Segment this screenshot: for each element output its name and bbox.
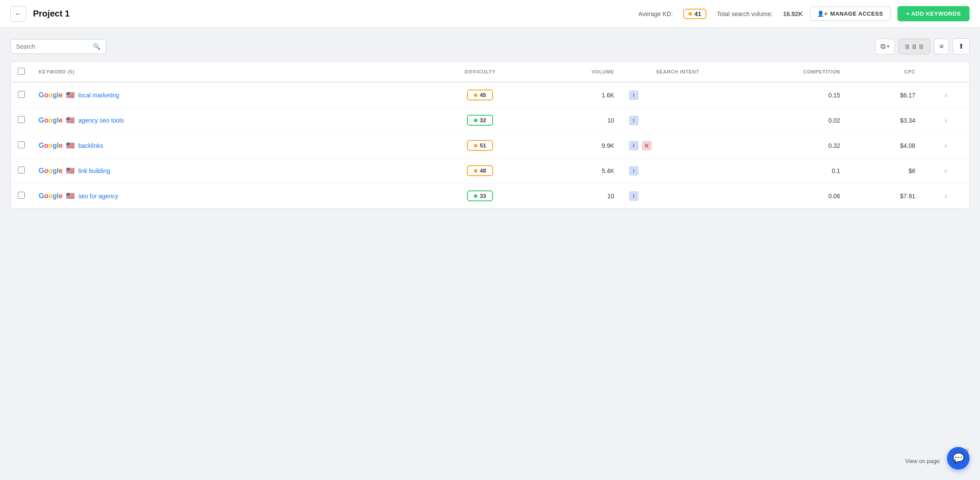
page-title: Project 1 bbox=[33, 9, 70, 19]
difficulty-dot bbox=[474, 93, 477, 97]
cpc-cell: $3.34 bbox=[847, 108, 922, 133]
row-checkbox-4[interactable] bbox=[18, 192, 25, 199]
row-action-cell[interactable]: › bbox=[922, 158, 969, 183]
cpc-value: $3.34 bbox=[900, 117, 915, 124]
competition-value: 0.06 bbox=[828, 193, 840, 200]
volume-value: 10 bbox=[607, 117, 614, 124]
keyword-link[interactable]: local marketing bbox=[78, 92, 119, 99]
export-button[interactable]: ⬆ bbox=[953, 38, 970, 54]
row-arrow-icon: › bbox=[944, 167, 947, 174]
difficulty-value: 32 bbox=[480, 117, 486, 123]
competition-cell: 0.32 bbox=[734, 133, 847, 158]
add-keywords-button[interactable]: + ADD KEYWORDS bbox=[897, 6, 970, 21]
row-checkbox-0[interactable] bbox=[18, 91, 25, 98]
keyword-link[interactable]: seo for agency bbox=[78, 193, 118, 200]
cpc-value: $7.91 bbox=[900, 193, 915, 200]
select-all-checkbox[interactable] bbox=[18, 68, 25, 75]
intent-cell: I bbox=[621, 82, 734, 108]
keyword-link[interactable]: backlinks bbox=[78, 142, 103, 149]
volume-value: 10 bbox=[607, 193, 614, 200]
google-icon: Google bbox=[39, 167, 63, 175]
competition-value: 0.02 bbox=[828, 117, 840, 124]
intent-cell: I bbox=[621, 158, 734, 183]
volume-cell: 1.6K bbox=[536, 82, 621, 108]
intent-group: IN bbox=[628, 141, 727, 150]
toolbar: 🔍 ⧉ ▾ ⫼⫼⫼ ≡ ⬆ bbox=[10, 38, 970, 54]
row-checkbox-3[interactable] bbox=[18, 167, 25, 173]
competition-value: 0.32 bbox=[828, 142, 840, 149]
cpc-cell: $7.91 bbox=[847, 183, 922, 209]
difficulty-badge: 32 bbox=[467, 115, 493, 126]
competition-cell: 0.02 bbox=[734, 108, 847, 133]
row-checkbox-1[interactable] bbox=[18, 116, 25, 123]
keyword-cell: Google 🇺🇸 link building bbox=[32, 158, 424, 183]
intent-badge: N bbox=[642, 141, 652, 150]
row-action-cell[interactable]: › bbox=[922, 133, 969, 158]
total-volume-value: 16.92K bbox=[783, 10, 803, 17]
row-arrow-icon: › bbox=[944, 142, 947, 149]
cpc-cell: $6.17 bbox=[847, 82, 922, 108]
competition-cell: 0.15 bbox=[734, 82, 847, 108]
back-icon: ← bbox=[15, 10, 22, 18]
col-header-intent: SEARCH INTENT bbox=[621, 62, 734, 82]
cpc-value: $6 bbox=[908, 167, 915, 174]
header-stats: Average KD: 41 Total search volume: 16.9… bbox=[638, 9, 802, 19]
intent-group: I bbox=[628, 116, 727, 125]
intent-group: I bbox=[628, 166, 727, 176]
difficulty-dot bbox=[474, 119, 477, 122]
difficulty-badge: 45 bbox=[467, 90, 493, 100]
copy-columns-button[interactable]: ⧉ ▾ bbox=[875, 39, 895, 54]
volume-value: 5.4K bbox=[602, 167, 614, 174]
keyword-link[interactable]: link building bbox=[78, 167, 110, 174]
table-row: Google 🇺🇸 link building 48 5.4KI0.1$6› bbox=[11, 158, 969, 183]
intent-cell: I bbox=[621, 108, 734, 133]
keyword-cell: Google 🇺🇸 local marketing bbox=[32, 82, 424, 108]
difficulty-badge: 51 bbox=[467, 140, 493, 151]
difficulty-dot bbox=[474, 144, 477, 147]
row-arrow-icon: › bbox=[944, 117, 947, 124]
google-icon: Google bbox=[39, 117, 63, 124]
flag-icon: 🇺🇸 bbox=[66, 167, 75, 175]
row-action-cell[interactable]: › bbox=[922, 108, 969, 133]
keyword-link[interactable]: agency seo tools bbox=[78, 117, 124, 124]
cpc-value: $6.17 bbox=[900, 92, 915, 99]
back-button[interactable]: ← bbox=[10, 6, 26, 22]
difficulty-dot bbox=[474, 194, 477, 198]
intent-badge: I bbox=[629, 141, 639, 150]
manage-access-label: MANAGE ACCESS bbox=[830, 10, 883, 17]
difficulty-cell: 45 bbox=[424, 82, 536, 108]
manage-access-button[interactable]: 👤+ MANAGE ACCESS bbox=[810, 7, 891, 21]
volume-cell: 5.4K bbox=[536, 158, 621, 183]
difficulty-value: 33 bbox=[480, 193, 486, 199]
volume-cell: 10 bbox=[536, 183, 621, 209]
table-row: Google 🇺🇸 agency seo tools 32 10I0.02$3.… bbox=[11, 108, 969, 133]
difficulty-cell: 51 bbox=[424, 133, 536, 158]
difficulty-badge: 33 bbox=[467, 190, 493, 201]
flag-icon: 🇺🇸 bbox=[66, 91, 75, 99]
row-checkbox-2[interactable] bbox=[18, 141, 25, 148]
col-header-difficulty: DIFFICULTY bbox=[424, 62, 536, 82]
search-box[interactable]: 🔍 bbox=[10, 39, 106, 54]
volume-value: 1.6K bbox=[602, 92, 614, 99]
intent-group: I bbox=[628, 90, 727, 100]
search-input[interactable] bbox=[16, 43, 89, 50]
cpc-value: $4.08 bbox=[900, 142, 915, 149]
col-header-keyword: KEYWORD (5) bbox=[32, 62, 424, 82]
keyword-cell: Google 🇺🇸 backlinks bbox=[32, 133, 424, 158]
filter-button[interactable]: ≡ bbox=[934, 39, 949, 54]
intent-badge: I bbox=[629, 90, 639, 100]
row-action-cell[interactable]: › bbox=[922, 183, 969, 209]
avg-kd-label: Average KD: bbox=[638, 10, 672, 17]
manage-access-icon: 👤+ bbox=[817, 10, 828, 17]
col-header-extra bbox=[922, 62, 969, 82]
table-header-row: KEYWORD (5) DIFFICULTY VOLUME SEARCH INT… bbox=[11, 62, 969, 82]
columns-view-button[interactable]: ⫼⫼⫼ bbox=[898, 39, 930, 54]
kd-badge: 41 bbox=[683, 9, 707, 19]
flag-icon: 🇺🇸 bbox=[66, 141, 75, 150]
row-action-cell[interactable]: › bbox=[922, 82, 969, 108]
competition-value: 0.1 bbox=[832, 167, 840, 174]
keywords-table: KEYWORD (5) DIFFICULTY VOLUME SEARCH INT… bbox=[10, 61, 970, 209]
cpc-cell: $4.08 bbox=[847, 133, 922, 158]
intent-cell: I bbox=[621, 183, 734, 209]
col-header-cpc: CPC bbox=[847, 62, 922, 82]
